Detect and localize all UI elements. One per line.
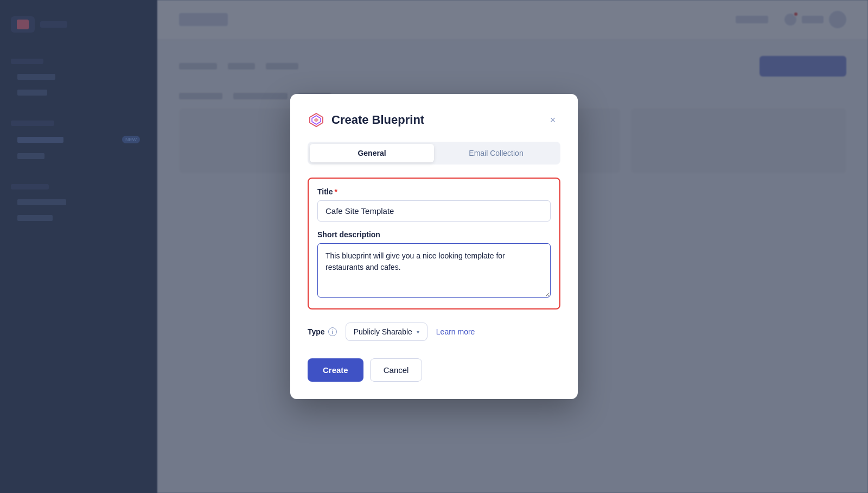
title-label: Title* xyxy=(317,187,551,196)
create-blueprint-modal: Create Blueprint × General Email Collect… xyxy=(290,94,578,399)
blueprint-icon xyxy=(308,111,325,129)
svg-marker-2 xyxy=(314,118,318,122)
description-field: Short description This blueprint will gi… xyxy=(317,230,551,300)
tab-email-collection[interactable]: Email Collection xyxy=(434,144,558,162)
tab-general[interactable]: General xyxy=(310,144,434,162)
description-textarea[interactable]: This blueprint will give you a nice look… xyxy=(317,243,551,298)
type-selected-value: Publicly Sharable xyxy=(354,327,412,336)
modal-close-button[interactable]: × xyxy=(545,112,560,128)
modal-header: Create Blueprint × xyxy=(308,111,560,129)
title-input[interactable] xyxy=(317,200,551,222)
modal-title-row: Create Blueprint xyxy=(308,111,424,129)
type-label: Type i xyxy=(308,327,337,336)
learn-more-link[interactable]: Learn more xyxy=(436,327,475,336)
create-button[interactable]: Create xyxy=(308,358,363,382)
form-highlighted-section: Title* Short description This blueprint … xyxy=(308,178,560,309)
description-label: Short description xyxy=(317,230,551,239)
chevron-down-icon: ▾ xyxy=(417,329,419,335)
type-select-button[interactable]: Publicly Sharable ▾ xyxy=(346,323,427,341)
type-info-icon[interactable]: i xyxy=(328,327,337,336)
title-field: Title* xyxy=(317,187,551,222)
type-row: Type i Publicly Sharable ▾ Learn more xyxy=(308,323,560,341)
modal-title: Create Blueprint xyxy=(331,113,424,127)
cancel-button[interactable]: Cancel xyxy=(370,358,423,382)
modal-actions: Create Cancel xyxy=(308,358,560,382)
modal-tabs: General Email Collection xyxy=(308,142,560,165)
